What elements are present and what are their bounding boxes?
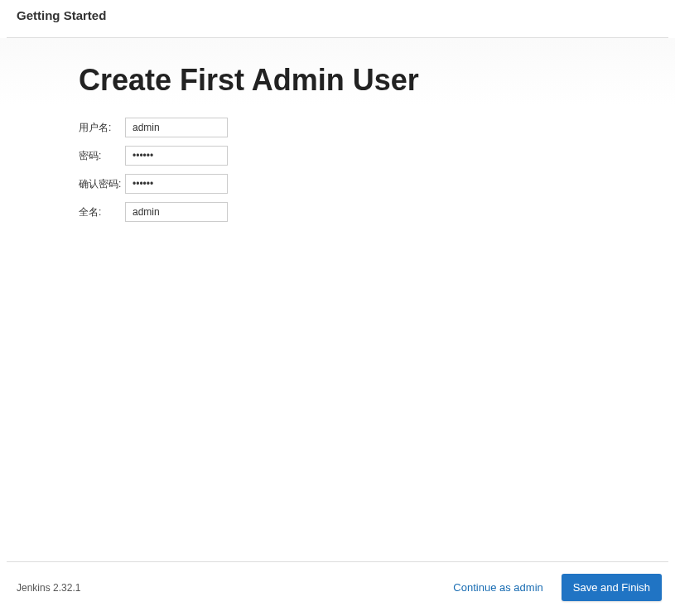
form-row-fullname: 全名: [79, 202, 600, 222]
continue-as-admin-button[interactable]: Continue as admin [450, 576, 546, 599]
wizard-footer: Jenkins 2.32.1 Continue as admin Save an… [7, 561, 668, 616]
version-label: Jenkins 2.32.1 [17, 582, 80, 594]
content-area: Create First Admin User 用户名: 密码: 确认密码: 全… [0, 38, 675, 545]
username-input[interactable] [125, 118, 228, 137]
confirm-password-input[interactable] [125, 174, 228, 194]
wizard-header: Getting Started [0, 0, 675, 31]
fullname-input[interactable] [125, 202, 228, 222]
password-label: 密码: [79, 149, 125, 163]
fullname-label: 全名: [79, 205, 125, 219]
confirm-password-label: 确认密码: [79, 177, 125, 191]
password-input[interactable] [125, 146, 228, 166]
wizard-title: Getting Started [17, 8, 106, 22]
page-title: Create First Admin User [79, 63, 600, 98]
form-row-username: 用户名: [79, 118, 600, 137]
footer-actions: Continue as admin Save and Finish [450, 574, 662, 601]
form-row-confirm-password: 确认密码: [79, 174, 600, 194]
username-label: 用户名: [79, 121, 125, 135]
form-row-password: 密码: [79, 146, 600, 166]
save-and-finish-button[interactable]: Save and Finish [562, 574, 662, 601]
